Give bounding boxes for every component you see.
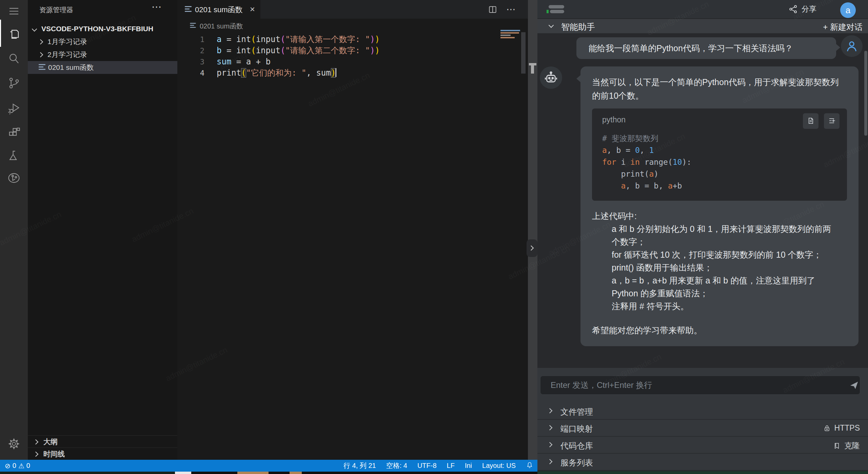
remote-session-icon[interactable]: [7, 172, 20, 184]
explain-point: print() 函数用于输出结果；: [612, 261, 837, 274]
run-debug-icon[interactable]: [7, 102, 20, 115]
assistant-panel: 分享 a 智能助手 + 新建对话 能给我一段简单的Python代码，学习一下相关…: [537, 0, 868, 471]
warning-icon: ⚠: [18, 462, 24, 470]
source-control-icon[interactable]: [7, 77, 20, 90]
sidebar-section-0[interactable]: 大纲: [28, 435, 177, 448]
assistant-message-bubble: 当然可以，以下是一个简单的Python代码，用于求解斐波那契数列的前10个数。 …: [580, 66, 859, 346]
assistant-header[interactable]: 智能助手 + 新建对话: [537, 19, 868, 33]
chevron-right-icon: [529, 245, 534, 251]
chat-input-strip: [537, 368, 868, 403]
share-button[interactable]: 分享: [789, 4, 816, 14]
explorer-sidebar: 资源管理器 ⋯ VSCODE-PYTHON-V3-BKFFBIUH 1月学习记录…: [28, 0, 177, 460]
editor-more-icon[interactable]: ⋯: [506, 5, 516, 16]
expand-panel-button[interactable]: [527, 239, 537, 257]
ide-window: 资源管理器 ⋯ VSCODE-PYTHON-V3-BKFFBIUH 1月学习记录…: [0, 0, 868, 474]
explain-point: 注释用 # 符号开头。: [612, 300, 837, 313]
chevron-right-icon: [547, 442, 553, 448]
status-bar: ⊘ 0 ⚠ 0 行 4, 列 21空格: 4UTF-8LFIniLayout: …: [0, 460, 537, 472]
test-beaker-icon[interactable]: [7, 149, 20, 162]
code-text: print("它们的和为: ", sum): [217, 67, 336, 79]
sidebar-section-label: 时间线: [43, 448, 65, 460]
tree-item-label: 2月学习记录: [47, 48, 87, 61]
settings-gear-icon[interactable]: [7, 437, 20, 450]
code-line[interactable]: 3sum = a + b: [177, 56, 528, 67]
explain-point: a，b = b，a+b 用来更新 a 和 b 的值，注意这里用到了 Python…: [612, 274, 837, 300]
new-chat-button[interactable]: + 新建对话: [823, 22, 863, 33]
section-action-label: 克隆: [844, 440, 860, 451]
panel-section[interactable]: 服务列表: [537, 454, 868, 471]
code-line[interactable]: 2b = int(input("请输入第二个数字: ")): [177, 45, 528, 56]
insert-code-button[interactable]: [824, 113, 840, 129]
bottom-edge-strip: [0, 472, 537, 474]
search-icon[interactable]: [7, 52, 20, 65]
chat-code-line: print(a): [602, 168, 837, 180]
split-editor-icon[interactable]: [488, 5, 497, 16]
error-count: 0: [13, 462, 16, 470]
code-line[interactable]: 4print("它们的和为: ", sum): [177, 67, 528, 79]
code-line[interactable]: 1a = int(input("请输入第一个数字: ")): [177, 34, 528, 45]
status-item[interactable]: Layout: US: [482, 462, 516, 470]
file-icon: [185, 6, 192, 13]
status-item[interactable]: 空格: 4: [386, 461, 407, 470]
drag-handle-icon[interactable]: [531, 65, 534, 74]
editor-scrollbar[interactable]: [521, 32, 526, 74]
tab-active[interactable]: 0201 sum函数 ×: [177, 0, 260, 19]
status-item[interactable]: Ini: [465, 462, 472, 470]
chat-input[interactable]: [540, 376, 860, 395]
tree-item[interactable]: 2月学习记录: [28, 48, 177, 61]
panel-section[interactable]: 端口映射HTTPS: [537, 420, 868, 437]
panel-handle[interactable]: [550, 10, 564, 13]
chevron-right-icon: [547, 425, 553, 431]
section-action-clone[interactable]: 克隆: [833, 440, 860, 451]
extensions-icon[interactable]: [7, 126, 20, 139]
lock-icon: [823, 424, 831, 432]
code-text: sum = a + b: [217, 56, 271, 67]
code-editor[interactable]: 1a = int(input("请输入第一个数字: "))2b = int(in…: [177, 34, 528, 79]
panel-splitter[interactable]: [528, 0, 537, 460]
explorer-more-icon[interactable]: ⋯: [152, 1, 162, 13]
chat-area: 能给我一段简单的Python代码，学习一下相关语法吗？ 当然可以，以下是一个简单…: [537, 33, 868, 368]
tab-close-icon[interactable]: ×: [250, 4, 255, 15]
panel-handle[interactable]: [549, 5, 564, 8]
bell-icon[interactable]: [526, 461, 533, 470]
panel-section-label: 服务列表: [560, 457, 593, 468]
editor-group: 0201 sum函数 × ⋯ 0201 sum函数 1a = int(input…: [177, 0, 528, 460]
reply-intro: 当然可以，以下是一个简单的Python代码，用于求解斐波那契数列的前10个数。: [592, 75, 847, 102]
assistant-title: 智能助手: [561, 21, 595, 33]
tree-item[interactable]: 1月学习记录: [28, 35, 177, 48]
chevron-down-icon: [549, 23, 554, 28]
user-avatar-badge[interactable]: a: [840, 2, 856, 18]
chevron-down-icon: [32, 26, 37, 32]
tree-item[interactable]: 0201 sum函数: [28, 61, 177, 74]
activity-bar: [0, 0, 28, 460]
tree-root[interactable]: VSCODE-PYTHON-V3-BKFFBIUH: [28, 22, 177, 35]
drag-handle-icon[interactable]: [529, 63, 536, 65]
file-icon: [190, 23, 196, 29]
panel-section[interactable]: 文件管理: [537, 403, 868, 420]
section-action-lock[interactable]: HTTPS: [823, 423, 860, 433]
status-item[interactable]: LF: [447, 462, 455, 470]
menu-icon[interactable]: [7, 5, 20, 18]
status-item[interactable]: 行 4, 列 21: [343, 461, 376, 470]
explorer-icon[interactable]: [7, 28, 20, 41]
file-icon: [39, 64, 45, 71]
sidebar-section-1[interactable]: 时间线: [28, 448, 177, 460]
window-scrollbar[interactable]: [864, 51, 867, 136]
problems-status[interactable]: ⊘ 0 ⚠ 0: [5, 460, 30, 472]
copy-code-button[interactable]: [803, 113, 818, 129]
status-item[interactable]: UTF-8: [417, 462, 437, 470]
send-button[interactable]: [849, 380, 859, 390]
share-icon: [789, 4, 798, 14]
file-tree: VSCODE-PYTHON-V3-BKFFBIUH 1月学习记录2月学习记录02…: [28, 22, 177, 74]
explorer-header: 资源管理器 ⋯: [28, 0, 177, 18]
code-card: python # 斐波那契数列a, b = 0, 1for i in range…: [592, 108, 847, 201]
chevron-right-icon: [38, 52, 43, 58]
code-text: a = int(input("请输入第一个数字: ")): [217, 34, 380, 45]
sidebar-section-label: 大纲: [43, 436, 58, 448]
minimap[interactable]: [500, 30, 522, 43]
explain-lead: 上述代码中:: [592, 210, 847, 222]
chat-code-block: # 斐波那契数列a, b = 0, 1for i in range(10): p…: [602, 133, 837, 192]
chevron-right-icon: [33, 439, 39, 445]
assistant-avatar: [540, 66, 562, 89]
panel-section[interactable]: 代码仓库克隆: [537, 437, 868, 454]
